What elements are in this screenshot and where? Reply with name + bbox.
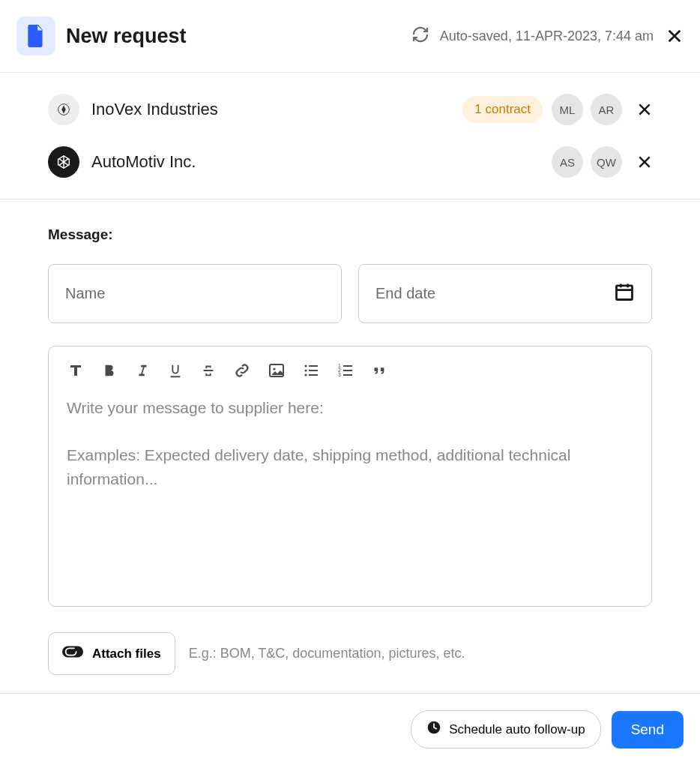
- contract-badge: 1 contract: [462, 96, 543, 123]
- company-logo: [48, 146, 79, 178]
- recipient-row: InoVex Industries 1 contract ML AR: [0, 83, 700, 136]
- name-input[interactable]: Name: [48, 264, 342, 323]
- calendar-icon: [614, 281, 635, 306]
- svg-rect-8: [309, 365, 318, 367]
- company-logo: [48, 94, 79, 125]
- editor-placeholder: Write your message to supplier here: Exa…: [67, 396, 633, 492]
- name-placeholder: Name: [65, 285, 105, 302]
- svg-rect-9: [309, 370, 318, 371]
- attach-label: Attach files: [92, 646, 161, 662]
- editor-toolbar: 123: [67, 362, 633, 380]
- svg-rect-2: [617, 286, 633, 300]
- image-icon[interactable]: [268, 362, 286, 380]
- end-date-input[interactable]: End date: [358, 264, 652, 323]
- underline-icon[interactable]: [167, 362, 184, 379]
- avatar[interactable]: AR: [591, 94, 622, 125]
- recipient-row: AutoMotiv Inc. AS QW: [0, 136, 700, 188]
- document-icon: [16, 16, 55, 56]
- bold-icon[interactable]: [101, 362, 118, 379]
- svg-point-7: [304, 374, 307, 376]
- close-button[interactable]: [666, 27, 684, 45]
- svg-rect-14: [343, 365, 352, 367]
- avatar[interactable]: AS: [552, 146, 583, 178]
- svg-rect-16: [343, 374, 352, 376]
- page-title: New request: [66, 25, 411, 48]
- attach-hint: E.g.: BOM, T&C, documentation, pictures,…: [189, 646, 465, 662]
- link-icon[interactable]: [233, 362, 251, 380]
- message-label: Message:: [48, 226, 652, 243]
- message-section: Message: Name End date 123 Write your me…: [0, 200, 700, 693]
- strikethrough-icon[interactable]: [200, 362, 217, 379]
- text-size-icon[interactable]: [67, 362, 85, 380]
- schedule-follow-up-button[interactable]: Schedule auto follow-up: [411, 710, 600, 748]
- attachment-icon: [62, 644, 83, 664]
- footer: Schedule auto follow-up Send: [0, 693, 700, 765]
- remove-recipient-button[interactable]: [637, 102, 652, 117]
- message-editor[interactable]: 123 Write your message to supplier here:…: [48, 346, 652, 607]
- numbered-list-icon[interactable]: 123: [337, 362, 354, 380]
- avatar[interactable]: ML: [552, 94, 583, 125]
- bullet-list-icon[interactable]: [302, 362, 320, 380]
- svg-rect-15: [343, 370, 352, 371]
- clock-icon: [426, 720, 441, 739]
- send-button[interactable]: Send: [612, 711, 684, 748]
- avatar[interactable]: QW: [591, 146, 622, 178]
- quote-icon[interactable]: [371, 362, 387, 379]
- remove-recipient-button[interactable]: [637, 154, 652, 170]
- svg-rect-10: [309, 374, 318, 376]
- field-row: Name End date: [48, 264, 652, 323]
- refresh-icon: [411, 26, 429, 46]
- svg-point-5: [304, 364, 307, 367]
- svg-point-4: [273, 368, 275, 370]
- attach-row: Attach files E.g.: BOM, T&C, documentati…: [48, 632, 652, 675]
- svg-text:3: 3: [338, 372, 341, 377]
- end-date-placeholder: End date: [375, 285, 435, 302]
- recipient-name: InoVex Industries: [91, 100, 462, 119]
- recipient-name: AutoMotiv Inc.: [91, 152, 552, 172]
- svg-point-6: [304, 369, 307, 371]
- header: New request Auto-saved, 11-APR-2023, 7:4…: [0, 0, 700, 73]
- autosave-text: Auto-saved, 11-APR-2023, 7:44 am: [440, 28, 654, 44]
- recipients-section: InoVex Industries 1 contract ML AR AutoM…: [0, 73, 700, 200]
- schedule-label: Schedule auto follow-up: [449, 722, 585, 737]
- attach-files-button[interactable]: Attach files: [48, 632, 175, 675]
- italic-icon[interactable]: [134, 362, 151, 379]
